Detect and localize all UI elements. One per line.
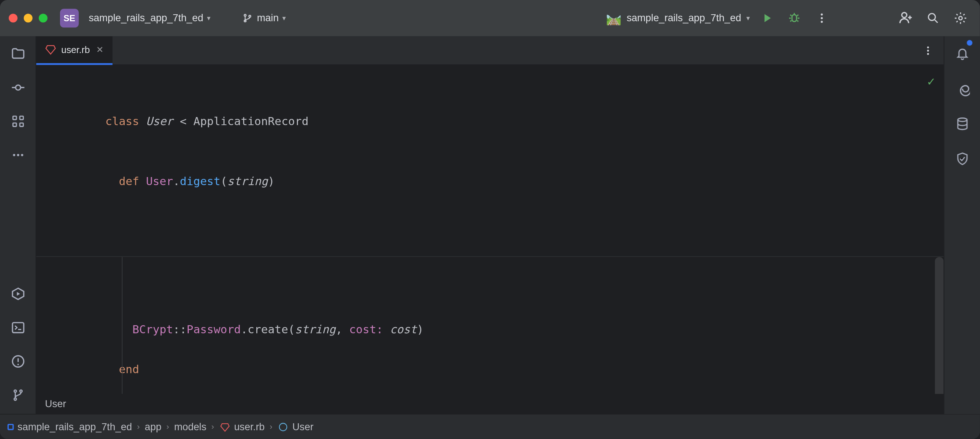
traffic-lights <box>9 14 48 23</box>
branch-icon <box>242 13 253 24</box>
svg-marker-22 <box>221 423 229 431</box>
more-tools-button[interactable] <box>6 144 29 166</box>
tab-options-button[interactable] <box>918 40 939 61</box>
project-tool-button[interactable] <box>6 42 29 65</box>
debug-button[interactable] <box>784 8 805 29</box>
svg-point-11 <box>17 154 19 156</box>
class-icon <box>278 421 289 433</box>
notifications-button[interactable] <box>951 42 974 65</box>
search-button[interactable] <box>922 8 943 29</box>
svg-point-20 <box>927 53 929 54</box>
ruby-file-icon <box>219 421 231 433</box>
run-config-label: sample_rails_app_7th_ed <box>627 13 741 24</box>
kebab-icon <box>922 45 934 56</box>
svg-point-4 <box>959 16 962 20</box>
chevron-down-icon: ▾ <box>207 14 211 22</box>
close-tab-button[interactable]: ✕ <box>96 44 104 54</box>
terminal-tool-button[interactable] <box>6 316 29 339</box>
vcs-branch-selector[interactable]: main ▾ <box>239 10 290 26</box>
close-window-button[interactable] <box>9 14 18 23</box>
titlebar: SE sample_rails_app_7th_ed ▾ main ▾ 🛤️ s… <box>0 0 980 36</box>
project-name-label: sample_rails_app_7th_ed <box>89 13 203 24</box>
svg-point-0 <box>821 14 823 16</box>
svg-rect-7 <box>19 116 23 119</box>
commit-tool-button[interactable] <box>6 76 29 99</box>
structure-tool-button[interactable] <box>6 110 29 133</box>
editor-status-line: User <box>36 394 943 414</box>
code-editor[interactable]: BCrypt::Password.create(string, cost: co… <box>36 257 943 394</box>
svg-rect-6 <box>13 116 16 119</box>
structure-icon <box>11 115 25 128</box>
breadcrumb-item[interactable]: app <box>145 421 162 433</box>
svg-point-2 <box>821 21 823 23</box>
spiral-icon <box>955 81 969 96</box>
svg-point-19 <box>927 49 929 51</box>
more-actions-button[interactable] <box>811 8 832 29</box>
vcs-tool-button[interactable] <box>6 384 29 406</box>
chevron-right-icon: › <box>137 422 140 432</box>
chevron-right-icon: › <box>212 422 214 432</box>
folder-icon <box>10 46 25 61</box>
git-icon <box>11 388 25 402</box>
navigation-breadcrumb: sample_rails_app_7th_ed › app › models ›… <box>0 414 980 439</box>
chevron-right-icon: › <box>166 422 169 432</box>
editor-tab-bar: user.rb ✕ <box>36 36 943 65</box>
svg-rect-8 <box>13 123 16 126</box>
breadcrumb-item[interactable]: User <box>278 421 314 433</box>
settings-button[interactable] <box>950 8 971 29</box>
svg-point-23 <box>279 423 287 431</box>
shield-icon <box>955 152 969 166</box>
svg-marker-17 <box>46 46 56 54</box>
sticky-scroll-header[interactable]: class User < ApplicationRecord def User.… <box>36 65 943 257</box>
right-tool-rail <box>944 36 980 414</box>
code-keyword: class <box>105 115 146 128</box>
breadcrumb-item[interactable]: sample_rails_app_7th_ed <box>8 421 132 433</box>
svg-rect-14 <box>12 322 24 332</box>
minimize-window-button[interactable] <box>24 14 33 23</box>
svg-point-12 <box>21 154 23 156</box>
ai-assistant-button[interactable] <box>951 78 974 100</box>
search-icon <box>926 11 940 25</box>
kebab-icon <box>815 12 828 24</box>
code-with-me-button[interactable] <box>895 8 916 29</box>
run-config-selector[interactable]: 🛤️ sample_rails_app_7th_ed ▾ <box>606 11 749 26</box>
problems-tool-button[interactable] <box>6 350 29 373</box>
code-classname: User <box>146 115 173 128</box>
svg-point-16 <box>17 364 19 365</box>
svg-point-10 <box>13 154 15 156</box>
svg-point-5 <box>15 85 21 90</box>
branch-name-label: main <box>257 13 278 24</box>
notification-dot <box>967 40 972 45</box>
project-root-icon <box>8 424 14 430</box>
ellipsis-icon <box>11 148 25 162</box>
database-tool-button[interactable] <box>951 113 974 136</box>
run-tool-button[interactable] <box>6 283 29 305</box>
inspection-ok-icon[interactable]: ✓ <box>928 71 935 91</box>
editor-tab-user-rb[interactable]: user.rb ✕ <box>36 36 112 65</box>
svg-point-3 <box>928 14 935 21</box>
gear-icon <box>954 11 967 25</box>
chevron-down-icon: ▾ <box>282 14 286 22</box>
svg-point-21 <box>957 118 966 121</box>
tab-label: user.rb <box>61 44 89 54</box>
chevron-down-icon: ▾ <box>746 14 750 22</box>
vertical-scrollbar[interactable] <box>935 257 944 394</box>
maximize-window-button[interactable] <box>39 14 48 23</box>
current-symbol-label: User <box>45 398 66 410</box>
project-selector[interactable]: sample_rails_app_7th_ed ▾ <box>85 10 214 26</box>
commit-icon <box>10 80 25 95</box>
indent-guide <box>122 257 123 394</box>
run-button[interactable] <box>756 8 777 29</box>
terminal-icon <box>10 320 25 335</box>
svg-point-1 <box>821 17 823 19</box>
svg-point-18 <box>927 46 929 48</box>
breadcrumb-item[interactable]: models <box>174 421 206 433</box>
play-outline-icon <box>10 286 25 302</box>
bug-icon <box>787 11 801 25</box>
left-tool-rail <box>0 36 36 414</box>
person-add-icon <box>898 11 913 26</box>
coverage-tool-button[interactable] <box>951 147 974 170</box>
breadcrumb-item[interactable]: user.rb <box>219 421 265 433</box>
svg-rect-9 <box>19 123 23 126</box>
project-badge[interactable]: SE <box>60 9 79 27</box>
